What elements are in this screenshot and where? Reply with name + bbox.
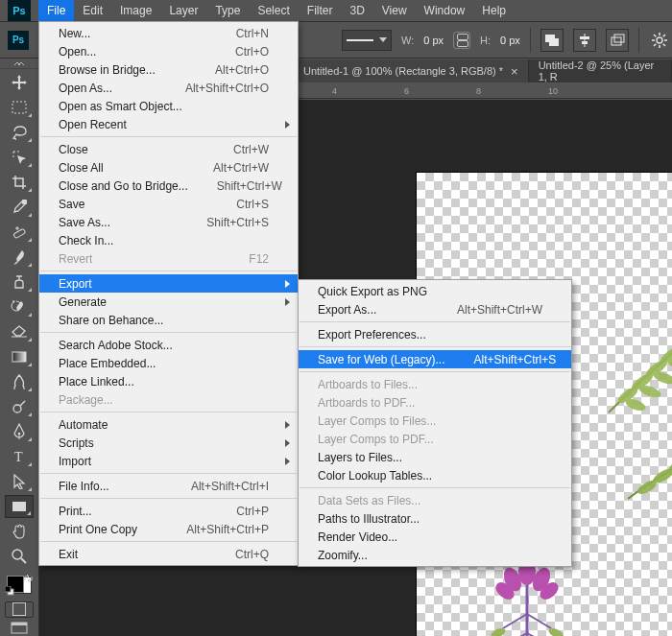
tool-flyout-indicator-icon: [28, 163, 32, 167]
tool-path-select[interactable]: [5, 470, 34, 493]
file-menu-item[interactable]: Print...Ctrl+P: [39, 502, 298, 520]
tool-clone[interactable]: [5, 271, 34, 294]
eraser-icon: [11, 325, 28, 339]
file-menu-item[interactable]: File Info...Alt+Shift+Ctrl+I: [39, 477, 298, 495]
file-menu-item[interactable]: Open As...Alt+Shift+Ctrl+O: [39, 79, 298, 97]
menu-item-shortcut: Alt+Shift+Ctrl+S: [445, 353, 557, 366]
tool-crop[interactable]: [5, 171, 34, 194]
tool-brush[interactable]: [5, 246, 34, 269]
export-menu-item[interactable]: Zoomify...: [299, 546, 571, 564]
export-menu-item: Artboards to Files...: [299, 375, 571, 393]
menu-item-shortcut: F12: [220, 252, 269, 266]
file-menu-item[interactable]: Open...Ctrl+O: [39, 42, 298, 60]
file-menu-item[interactable]: Share on Behance...: [39, 311, 298, 329]
menu-item-shortcut: Alt+Shift+Ctrl+O: [156, 82, 269, 95]
file-menu-item[interactable]: Generate: [39, 293, 298, 311]
path-operations-button[interactable]: [540, 29, 564, 52]
link-dimensions-icon[interactable]: [453, 32, 470, 49]
document-tab[interactable]: Untitled-2 @ 25% (Layer 1, R: [529, 59, 672, 82]
file-menu-item[interactable]: Save As...Shift+Ctrl+S: [39, 213, 298, 231]
default-colors-icon[interactable]: [5, 586, 14, 596]
swap-colors-icon[interactable]: [24, 574, 34, 583]
menu-3d[interactable]: 3D: [341, 0, 372, 21]
export-menu-item[interactable]: Export Preferences...: [299, 325, 571, 343]
tool-rectangle[interactable]: [5, 495, 34, 518]
tool-dodge[interactable]: [5, 395, 34, 418]
tool-move[interactable]: [5, 71, 34, 94]
file-menu-item[interactable]: Browse in Bridge...Alt+Ctrl+O: [39, 60, 298, 79]
file-menu-item[interactable]: Scripts: [39, 434, 298, 452]
export-menu-item[interactable]: Render Video...: [299, 528, 571, 546]
file-menu-item[interactable]: Print One CopyAlt+Shift+Ctrl+P: [39, 520, 298, 538]
submenu-arrow-icon: [285, 298, 290, 306]
toolbox-collapse-handle[interactable]: [0, 59, 38, 69]
menu-filter[interactable]: Filter: [299, 0, 342, 21]
menu-separator: [40, 498, 297, 499]
file-menu-item[interactable]: Export: [39, 274, 298, 293]
tool-lasso[interactable]: [5, 121, 34, 144]
tool-pen[interactable]: [5, 420, 34, 443]
svg-line-16: [654, 43, 656, 45]
export-menu-item[interactable]: Paths to Illustrator...: [299, 509, 571, 528]
tool-type[interactable]: T: [5, 445, 34, 468]
menu-help[interactable]: Help: [473, 0, 515, 21]
file-menu-item[interactable]: Check In...: [39, 231, 298, 249]
tool-eyedropper[interactable]: [5, 196, 34, 219]
submenu-arrow-icon: [285, 439, 290, 447]
foreground-background-colors[interactable]: [5, 574, 34, 596]
screen-mode-button[interactable]: [6, 622, 33, 636]
tool-healing[interactable]: [5, 221, 34, 244]
file-menu-item[interactable]: CloseCtrl+W: [39, 140, 298, 158]
close-icon[interactable]: ×: [511, 64, 518, 79]
file-menu-item[interactable]: Close and Go to Bridge...Shift+Ctrl+W: [39, 177, 298, 195]
document-tab[interactable]: Untitled-1 @ 100% (Rectangle 3, RGB/8) *…: [294, 59, 529, 82]
menu-image[interactable]: Image: [111, 0, 160, 21]
export-menu-item[interactable]: Color Lookup Tables...: [299, 466, 571, 484]
stroke-style-combo[interactable]: [342, 30, 392, 51]
tool-quick-select[interactable]: [5, 146, 34, 169]
tool-marquee[interactable]: [5, 96, 34, 119]
export-menu-item[interactable]: Quick Export as PNG: [299, 282, 571, 300]
file-menu-item[interactable]: Place Embedded...: [39, 354, 298, 372]
home-icon[interactable]: Ps: [8, 31, 29, 50]
menu-view[interactable]: View: [373, 0, 416, 21]
file-menu-item[interactable]: SaveCtrl+S: [39, 195, 298, 213]
settings-gear-icon[interactable]: [649, 30, 670, 51]
tool-zoom[interactable]: [5, 545, 34, 568]
file-menu-item[interactable]: Automate: [39, 415, 298, 434]
file-menu-item[interactable]: Open Recent: [39, 115, 298, 133]
tool-hand[interactable]: [5, 520, 34, 543]
quick-mask-toggle[interactable]: [5, 601, 34, 618]
file-menu-item[interactable]: Close AllAlt+Ctrl+W: [39, 158, 298, 177]
tool-blur[interactable]: [5, 370, 34, 393]
svg-rect-20: [13, 228, 26, 238]
export-menu-item[interactable]: Save for Web (Legacy)...Alt+Shift+Ctrl+S: [299, 350, 571, 368]
ruler-tick: 8: [476, 86, 481, 96]
document-tab-label: Untitled-1 @ 100% (Rectangle 3, RGB/8) *: [303, 65, 503, 77]
menu-edit[interactable]: Edit: [74, 0, 111, 21]
export-menu-item[interactable]: Export As...Alt+Shift+Ctrl+W: [299, 300, 571, 318]
menu-type[interactable]: Type: [206, 0, 249, 21]
height-value[interactable]: 0 px: [500, 35, 520, 46]
menu-window[interactable]: Window: [416, 0, 474, 21]
menu-layer[interactable]: Layer: [160, 0, 206, 21]
export-menu-item[interactable]: Layers to Files...: [299, 448, 571, 466]
path-alignment-button[interactable]: [573, 29, 596, 52]
file-menu: New...Ctrl+NOpen...Ctrl+OBrowse in Bridg…: [38, 21, 299, 566]
file-menu-item[interactable]: Import: [39, 452, 298, 470]
file-menu-item[interactable]: Place Linked...: [39, 372, 298, 390]
file-menu-item[interactable]: Search Adobe Stock...: [39, 336, 298, 354]
width-value[interactable]: 0 px: [423, 35, 444, 46]
tool-eraser[interactable]: [5, 320, 34, 343]
menu-item-label: Generate: [59, 295, 107, 309]
file-menu-item[interactable]: New...Ctrl+N: [39, 24, 298, 42]
file-menu-item[interactable]: Open as Smart Object...: [39, 97, 298, 115]
menu-file[interactable]: File: [38, 0, 74, 21]
tool-gradient[interactable]: [5, 345, 34, 368]
move-icon: [11, 74, 28, 91]
svg-line-52: [527, 614, 551, 628]
tool-history-brush[interactable]: [5, 295, 34, 318]
path-arrangement-button[interactable]: [606, 29, 629, 52]
file-menu-item[interactable]: ExitCtrl+Q: [39, 545, 298, 563]
menu-select[interactable]: Select: [249, 0, 298, 21]
